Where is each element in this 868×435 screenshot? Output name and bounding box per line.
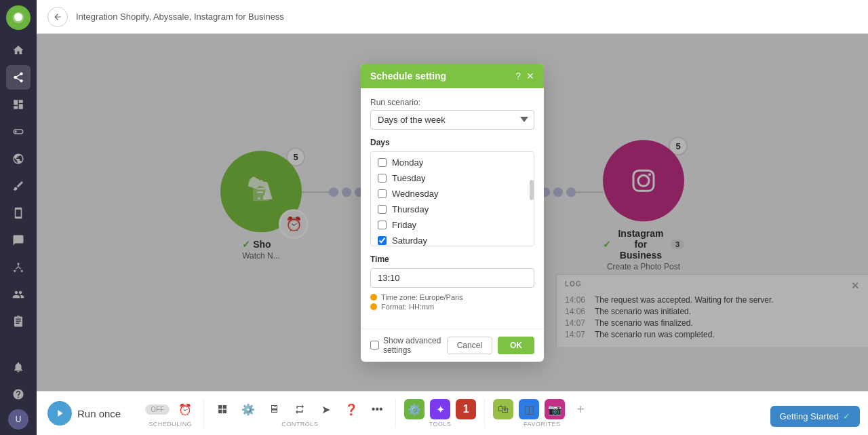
sidebar-item-team[interactable] <box>6 282 31 307</box>
tuesday-checkbox[interactable] <box>378 174 387 183</box>
scrollbar-thumb[interactable] <box>530 180 534 200</box>
tools-icons: ⚙️ ✦ 1 <box>404 399 476 419</box>
sidebar-item-notifications[interactable] <box>6 355 31 379</box>
breadcrumb: Integration Shopify, Abyssale, Instagram… <box>76 12 284 22</box>
header: Integration Shopify, Abyssale, Instagram… <box>37 0 868 34</box>
tool-3-button[interactable]: 1 <box>456 399 476 419</box>
show-advanced-text: Show advanced settings <box>383 336 447 355</box>
thursday-label: Thursday <box>392 204 429 214</box>
sidebar-item-home[interactable] <box>6 38 31 62</box>
modal-title: Schedule setting <box>370 71 446 81</box>
days-label: Days <box>370 138 534 147</box>
getting-started-label: Getting Started <box>780 411 839 421</box>
favorites-label: FAVORITES <box>524 421 560 428</box>
tools-group: ⚙️ ✦ 1 TOOLS <box>396 399 485 428</box>
time-label: Time <box>370 254 534 264</box>
format-dot <box>370 303 377 310</box>
bottom-toolbar: Run once OFF ⏰ SCHEDULING ⚙️ 🖥 <box>37 391 868 435</box>
run-scenario-select[interactable]: Days of the week Every N hours Every day <box>370 110 534 130</box>
svg-rect-12 <box>223 405 226 409</box>
run-once-button[interactable] <box>47 401 72 425</box>
timezone-hint: Time zone: Europe/Paris <box>370 293 534 301</box>
show-advanced-checkbox[interactable] <box>370 341 379 349</box>
svg-point-3 <box>21 270 23 272</box>
modal-body: Run scenario: Days of the week Every N h… <box>361 88 544 328</box>
modal-actions: Cancel OK <box>447 337 534 354</box>
scheduling-group: OFF ⏰ SCHEDULING <box>137 399 204 428</box>
sidebar-item-chat[interactable] <box>6 228 31 252</box>
cancel-button[interactable]: Cancel <box>447 337 492 354</box>
controls-icons: ⚙️ 🖥 ➤ ❓ ••• <box>212 399 387 419</box>
timezone-text: Time zone: Europe/Paris <box>381 293 463 301</box>
sidebar-item-apps[interactable] <box>6 147 31 171</box>
format-hint: Format: HH:mm <box>370 303 534 311</box>
time-input[interactable] <box>370 268 534 288</box>
controls-label: CONTROLS <box>281 421 318 428</box>
sidebar-item-nodes[interactable] <box>6 255 31 280</box>
layout-button[interactable] <box>212 399 233 419</box>
monday-checkbox[interactable] <box>378 158 387 167</box>
clock-toolbar-button[interactable]: ⏰ <box>175 399 195 419</box>
modal-help-button[interactable]: ? <box>515 71 521 81</box>
scheduling-toggle: OFF <box>145 404 170 415</box>
toggle-off-button[interactable]: OFF <box>145 404 170 415</box>
saturday-checkbox[interactable] <box>378 236 387 245</box>
sidebar-item-pen[interactable] <box>6 174 31 198</box>
show-advanced-label[interactable]: Show advanced settings <box>370 336 447 355</box>
wednesday-checkbox[interactable] <box>378 189 387 198</box>
thursday-checkbox[interactable] <box>378 205 387 214</box>
arrow-button[interactable]: ➤ <box>315 399 336 419</box>
friday-checkbox[interactable] <box>378 221 387 229</box>
run-once-label: Run once <box>77 408 121 419</box>
sidebar-item-dashboard[interactable] <box>6 92 31 117</box>
day-thursday: Thursday <box>371 202 534 217</box>
fav-shopify-button[interactable]: 🛍 <box>493 399 513 419</box>
day-monday: Monday <box>371 155 534 170</box>
svg-point-2 <box>14 270 16 272</box>
sidebar-item-help[interactable] <box>6 382 31 406</box>
modal-overlay: Schedule setting ? ✕ Run scenario: Days … <box>37 34 868 391</box>
svg-rect-14 <box>223 410 226 413</box>
tool-2-button[interactable]: ✦ <box>430 399 450 419</box>
format-text: Format: HH:mm <box>381 303 434 311</box>
modal-close-button[interactable]: ✕ <box>526 71 534 81</box>
favorites-group: 🛍 ◫ 📷 + FAVORITES <box>485 399 599 428</box>
svg-point-1 <box>18 263 20 265</box>
sidebar-bottom: U <box>6 355 31 430</box>
auto-button[interactable] <box>290 399 310 419</box>
sidebar-item-docs[interactable] <box>6 309 31 334</box>
settings-button[interactable]: ⚙️ <box>238 399 258 419</box>
tuesday-label: Tuesday <box>392 173 425 183</box>
getting-started-check-icon: ✓ <box>843 411 850 421</box>
back-button[interactable] <box>47 7 68 27</box>
canvas-area: 5 ⏰ ✓ <box>37 34 868 391</box>
sidebar-item-connections[interactable] <box>6 119 31 144</box>
day-tuesday: Tuesday <box>371 170 534 186</box>
saturday-label: Saturday <box>392 235 427 246</box>
add-favorite-button[interactable]: + <box>570 399 591 419</box>
svg-rect-11 <box>218 405 222 409</box>
fav-contentful-button[interactable]: ◫ <box>519 399 539 419</box>
modal-header: Schedule setting ? ✕ <box>361 64 544 88</box>
time-hints: Time zone: Europe/Paris Format: HH:mm <box>370 293 534 311</box>
tool-1-button[interactable]: ⚙️ <box>404 399 425 419</box>
days-list: Monday Tuesday Wednesday Thursday <box>370 151 534 246</box>
run-scenario-label: Run scenario: <box>370 98 534 107</box>
scheduling-icons: OFF ⏰ <box>145 399 195 419</box>
scheduling-label: SCHEDULING <box>149 421 192 428</box>
timezone-dot <box>370 294 377 301</box>
main-content: Integration Shopify, Abyssale, Instagram… <box>37 0 868 435</box>
sidebar-item-integrations[interactable] <box>6 65 31 90</box>
getting-started-button[interactable]: Getting Started ✓ <box>770 406 860 427</box>
svg-rect-13 <box>218 410 222 413</box>
fav-instagram-button[interactable]: 📷 <box>545 399 565 419</box>
ok-button[interactable]: OK <box>498 337 534 354</box>
modal-header-actions: ? ✕ <box>515 71 534 81</box>
sidebar-item-mobile[interactable] <box>6 201 31 225</box>
app-logo[interactable] <box>6 5 31 30</box>
help-button[interactable]: ❓ <box>341 399 361 419</box>
more-button[interactable]: ••• <box>367 399 387 419</box>
sidebar: U <box>0 0 37 435</box>
user-avatar[interactable]: U <box>8 409 28 430</box>
display-button[interactable]: 🖥 <box>264 399 284 419</box>
